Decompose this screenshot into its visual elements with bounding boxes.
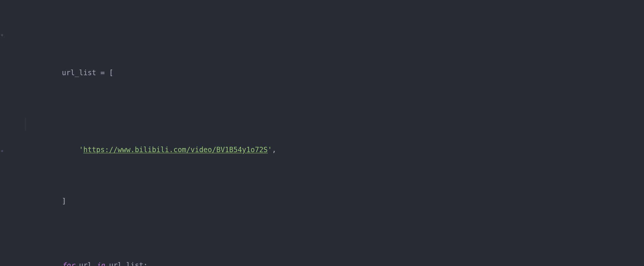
code-area[interactable]: url_list = [ 'https://www.bilibili.com/v… — [6, 2, 644, 266]
code-line[interactable]: for url in url_list: — [6, 246, 644, 259]
bookmark-icon[interactable]: ◈ — [0, 148, 5, 153]
keyword-in: in — [96, 261, 105, 266]
code-editor[interactable]: ◈ ◈ url_list = [ 'https://www.bilibili.c… — [0, 0, 644, 266]
keyword-for: for — [62, 261, 75, 266]
code-line[interactable]: url_list = [ — [6, 54, 644, 67]
variable: url_list — [62, 69, 96, 77]
code-line[interactable]: 'https://www.bilibili.com/video/BV1B54y1… — [6, 118, 644, 131]
code-line[interactable]: ] — [6, 182, 644, 195]
url-string: https://www.bilibili.com/video/BV1B54y1o… — [83, 146, 268, 154]
bookmark-icon[interactable]: ◈ — [0, 32, 5, 37]
